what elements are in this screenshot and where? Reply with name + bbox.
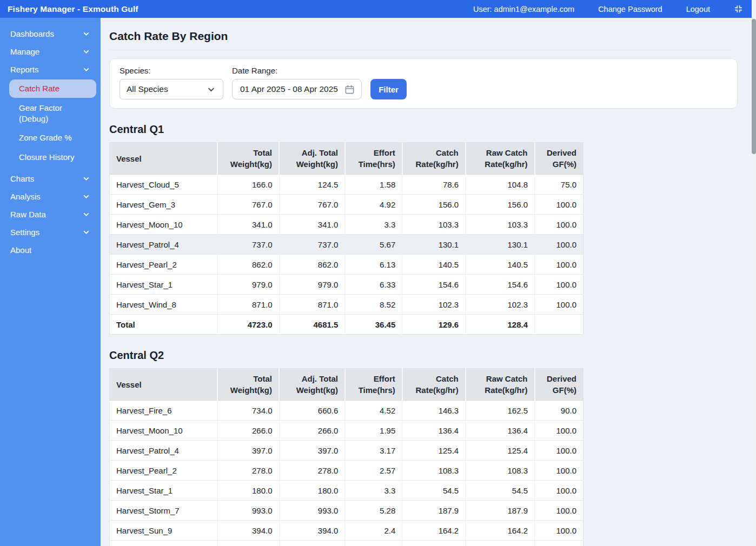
value-cell: 23.18 — [345, 541, 402, 546]
value-cell: 180.0 — [217, 481, 279, 501]
table-row: Harvest_Gem_3767.0767.04.92156.0156.0100… — [110, 195, 583, 215]
value-cell: 166.0 — [217, 175, 279, 195]
reports-submenu: Catch Rate Gear Factor (Debug) Zone Grad… — [0, 79, 101, 167]
value-cell: 862.0 — [217, 255, 279, 275]
value-cell: 140.5 — [466, 255, 535, 275]
column-header: Total Weight(kg) — [217, 143, 279, 175]
value-cell: 6.13 — [345, 255, 402, 275]
column-header: Catch Rate(kg/hr) — [402, 143, 466, 175]
value-cell: 6.33 — [345, 275, 402, 295]
calendar-icon — [344, 84, 355, 95]
sidebar-item-analysis[interactable]: Analysis — [0, 188, 101, 205]
value-cell: 5.67 — [345, 235, 402, 255]
value-cell: 100.0 — [535, 441, 583, 461]
sidebar-item-label: Dashboards — [10, 29, 54, 38]
value-cell: 660.6 — [279, 401, 345, 421]
value-cell: 100.0 — [535, 255, 583, 275]
value-cell: 104.8 — [466, 175, 535, 195]
vessel-cell: Total — [110, 315, 218, 335]
value-cell: 90.0 — [535, 401, 583, 421]
value-cell: 180.0 — [279, 481, 345, 501]
sidebar-item-dashboards[interactable]: Dashboards — [0, 25, 101, 43]
sidebar-item-charts[interactable]: Charts — [0, 170, 101, 188]
date-range-value: 01 Apr 2025 - 08 Apr 2025 — [240, 84, 338, 94]
compress-icon[interactable] — [734, 4, 743, 14]
vertical-scrollbar-thumb[interactable] — [752, 19, 756, 154]
species-selected-value: All Species — [127, 84, 168, 94]
value-cell: 2.4 — [345, 521, 402, 541]
date-range-input[interactable]: 01 Apr 2025 - 08 Apr 2025 — [232, 79, 362, 99]
sidebar-item-about[interactable]: About — [0, 241, 101, 259]
catch-rate-table-q2: VesselTotal Weight(kg)Adj. Total Weight(… — [109, 368, 583, 546]
value-cell: 3168.6 — [279, 541, 345, 546]
table-row: Harvest_Pearl_2278.0278.02.57108.3108.31… — [110, 461, 583, 481]
value-cell: 1.95 — [345, 421, 402, 441]
value-cell: 100.0 — [535, 501, 583, 521]
value-cell: 993.0 — [217, 501, 279, 521]
value-cell: 3.3 — [345, 215, 402, 235]
value-cell: 124.5 — [279, 175, 345, 195]
logout-link[interactable]: Logout — [686, 5, 710, 14]
sidebar-item-label: About — [10, 245, 31, 255]
table-header: VesselTotal Weight(kg)Adj. Total Weight(… — [110, 143, 583, 175]
value-cell: 266.0 — [279, 421, 345, 441]
table-row: Harvest_Star_1180.0180.03.354.554.5100.0 — [110, 481, 583, 501]
filter-panel: Species: All Species Date Range: 01 Apr … — [109, 58, 738, 109]
sidebar-item-label: Analysis — [10, 192, 41, 201]
vessel-cell: Harvest_Moon_10 — [110, 215, 218, 235]
value-cell: 156.0 — [402, 195, 466, 215]
sidebar-item-raw-data[interactable]: Raw Data — [0, 205, 101, 223]
chevron-down-icon — [83, 193, 90, 200]
value-cell: 767.0 — [279, 195, 345, 215]
value-cell: 125.4 — [466, 441, 535, 461]
date-range-label: Date Range: — [232, 66, 362, 75]
value-cell: 146.3 — [402, 401, 466, 421]
value-cell: 136.7 — [466, 541, 535, 546]
value-cell: 108.3 — [402, 461, 466, 481]
value-cell: 136.4 — [402, 421, 466, 441]
table-row: Harvest_Cloud_5166.0124.51.5878.6104.875… — [110, 175, 583, 195]
section-title-central-q1: Central Q1 — [109, 123, 738, 136]
value-cell: 54.5 — [402, 481, 466, 501]
chevron-down-icon — [83, 229, 90, 236]
sidebar-item-manage[interactable]: Manage — [0, 43, 101, 61]
value-cell: 164.2 — [466, 521, 535, 541]
sidebar-item-settings[interactable]: Settings — [0, 223, 101, 241]
value-cell: 102.3 — [466, 295, 535, 315]
column-header: Adj. Total Weight(kg) — [279, 143, 345, 175]
value-cell: 394.0 — [217, 521, 279, 541]
table-row: Harvest_Pearl_2862.0862.06.13140.5140.51… — [110, 255, 583, 275]
chevron-down-icon — [83, 48, 90, 55]
user-email: User: admin1@example.com — [473, 5, 574, 14]
table-row: Harvest_Wind_8871.0871.08.52102.3102.310… — [110, 295, 583, 315]
value-cell: 979.0 — [279, 275, 345, 295]
main-content: Catch Rate By Region Species: All Specie… — [101, 18, 752, 546]
sidebar-item-reports[interactable]: Reports — [0, 61, 101, 78]
sidebar-item-gear-factor-debug[interactable]: Gear Factor (Debug) — [9, 99, 96, 128]
value-cell: 100.0 — [535, 195, 583, 215]
table-body: Harvest_Cloud_5166.0124.51.5878.6104.875… — [110, 175, 583, 335]
value-cell: 278.0 — [217, 461, 279, 481]
value-cell: 187.9 — [466, 501, 535, 521]
change-password-link[interactable]: Change Password — [598, 5, 662, 14]
sidebar-item-closure-history[interactable]: Closure History — [9, 148, 96, 167]
vessel-cell: Harvest_Star_1 — [110, 275, 218, 295]
value-cell: 3242.0 — [217, 541, 279, 546]
value-cell: 737.0 — [279, 235, 345, 255]
sidebar-item-zone-grade[interactable]: Zone Grade % — [9, 129, 96, 147]
column-header: Catch Rate(kg/hr) — [402, 369, 466, 401]
species-select[interactable]: All Species — [120, 79, 223, 99]
table-row: Harvest_Patrol_4737.0737.05.67130.1130.1… — [110, 235, 583, 255]
vertical-scrollbar-track[interactable] — [752, 0, 756, 546]
value-cell: 8.52 — [345, 295, 402, 315]
value-cell: 36.45 — [345, 315, 402, 335]
value-cell: 266.0 — [217, 421, 279, 441]
filter-button[interactable]: Filter — [370, 79, 407, 99]
chevron-down-icon — [83, 66, 90, 73]
value-cell: 103.3 — [466, 215, 535, 235]
total-row: Total3242.03168.623.18139.8136.7 — [110, 541, 583, 546]
value-cell: 100.0 — [535, 461, 583, 481]
sidebar-item-catch-rate[interactable]: Catch Rate — [9, 79, 96, 98]
value-cell: 154.6 — [402, 275, 466, 295]
value-cell: 187.9 — [402, 501, 466, 521]
